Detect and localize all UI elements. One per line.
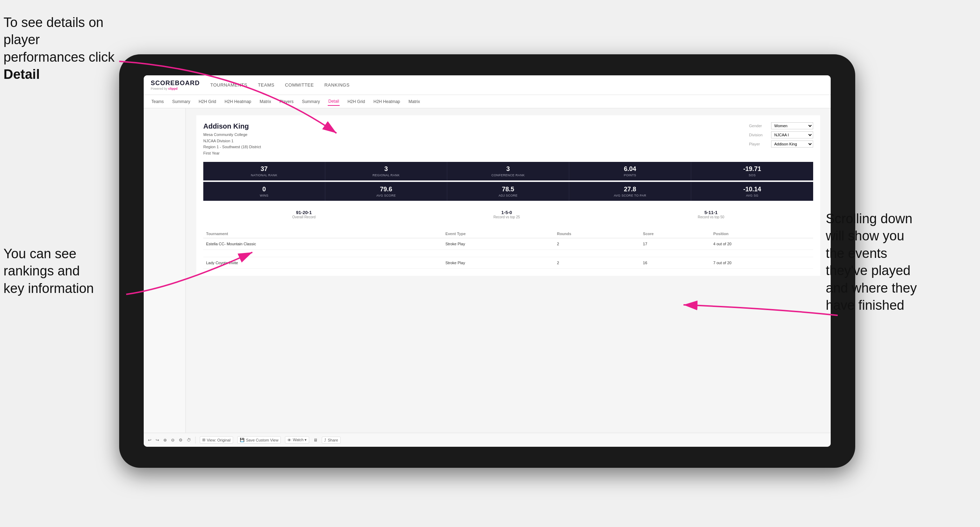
undo-icon[interactable]: ↩	[148, 438, 151, 443]
nav-tournaments[interactable]: TOURNAMENTS	[210, 81, 247, 89]
tab-summary[interactable]: Summary	[172, 98, 191, 105]
tournament-table: Tournament Event Type Rounds Score Posit…	[203, 230, 813, 269]
zoom-icon[interactable]: ⊕	[163, 438, 167, 443]
main-nav: TOURNAMENTS TEAMS COMMITTEE RANKINGS	[210, 81, 350, 89]
player-college: Mesa Community College	[203, 132, 261, 138]
stat-lbl-4: SoS	[695, 173, 809, 177]
col-event-type: Event Type	[443, 230, 554, 238]
tab-h2h-grid2[interactable]: H2H Grid	[347, 98, 366, 105]
stat-lbl-2: Conference Rank	[452, 173, 565, 177]
view-original-button[interactable]: ⊞ View: Original	[200, 436, 233, 444]
view-icon: ⊞	[202, 438, 205, 442]
stats-grid-2: 0 Wins 79.6 Avg Score 78.5 Adj Score 2	[203, 182, 813, 201]
stat-lbl-0: National Rank	[207, 173, 321, 177]
nav-committee[interactable]: COMMITTEE	[285, 81, 314, 89]
watch-icon: 👁	[287, 438, 291, 442]
stat-val-2: 3	[452, 165, 565, 173]
annotation-bottomleft: You can seerankings andkey information	[3, 245, 137, 297]
tournament-name-0: Estella CC- Mountain Classic	[203, 238, 443, 250]
gender-row: Gender Women Men	[749, 122, 813, 129]
record-lbl-2: Record vs top 50	[698, 215, 724, 219]
share-label: Share	[328, 438, 338, 442]
tab-h2h-heatmap2[interactable]: H2H Heatmap	[372, 98, 401, 105]
tablet-screen: SCOREBOARD Powered by clippd TOURNAMENTS…	[144, 75, 831, 447]
stat-val-3: 6.04	[573, 165, 687, 173]
division-row: Division NJCAA I NJCAA II	[749, 132, 813, 138]
player-select[interactable]: Addison King	[771, 141, 813, 148]
records-row: 91-20-1 Overall Record 1-5-0 Record vs t…	[203, 206, 813, 222]
event-type-1	[443, 250, 554, 257]
watch-button[interactable]: 👁 Watch ▾	[285, 436, 309, 444]
record-top50: 5-11-1 Record vs top 50	[698, 210, 724, 219]
table-row	[203, 250, 813, 257]
annotation-right: Scrolling downwill show youthe eventsthe…	[826, 210, 973, 314]
division-label: Division	[749, 133, 768, 137]
tab-h2h-heatmap[interactable]: H2H Heatmap	[224, 98, 252, 105]
tab-players[interactable]: Players	[278, 98, 294, 105]
score-1	[640, 250, 711, 257]
col-rounds: Rounds	[554, 230, 640, 238]
save-custom-view-button[interactable]: 💾 Save Custom View	[237, 436, 281, 444]
save-label: Save Custom View	[246, 438, 278, 442]
nav-rankings[interactable]: RANKINGS	[324, 81, 350, 89]
stat-val-4: -19.71	[695, 165, 809, 173]
player-select-label: Player	[749, 142, 768, 146]
player-info-right: Gender Women Men Division NJCAA I	[749, 122, 813, 148]
tab-summary2[interactable]: Summary	[301, 98, 320, 105]
monitor-icon[interactable]: 🖥	[313, 438, 318, 443]
player-region: Region 1 - Southwest (18) District	[203, 144, 261, 150]
col-score: Score	[640, 230, 711, 238]
stat-val-7: 78.5	[452, 186, 565, 193]
record-lbl-1: Record vs top 25	[493, 215, 520, 219]
zoom-out-icon[interactable]: ⊖	[171, 438, 175, 443]
gender-select[interactable]: Women Men	[771, 122, 813, 129]
record-val-0: 91-20-1	[292, 210, 316, 215]
position-1	[711, 250, 813, 257]
stat-sos: -19.71 SoS	[691, 162, 813, 181]
annotation-detail-bold: Detail	[3, 67, 40, 82]
record-val-1: 1-5-0	[493, 210, 520, 215]
table-row: Estella CC- Mountain Classic Stroke Play…	[203, 238, 813, 250]
annotation-topleft: To see details on player performances cl…	[3, 14, 123, 83]
clock-icon[interactable]: ⏱	[187, 438, 191, 443]
tab-h2h-grid[interactable]: H2H Grid	[198, 98, 217, 105]
nav-teams[interactable]: TEAMS	[258, 81, 274, 89]
share-icon: ⤴	[324, 438, 326, 442]
stat-val-5: 0	[207, 186, 321, 193]
tab-teams[interactable]: Teams	[151, 98, 164, 105]
stat-val-1: 3	[329, 165, 443, 173]
tab-detail[interactable]: Detail	[328, 97, 340, 106]
event-type-0: Stroke Play	[443, 238, 554, 250]
tournament-name-2: Lady Coyote Invite	[203, 257, 443, 269]
stat-lbl-6: Avg Score	[329, 194, 443, 197]
tournament-name-1	[203, 250, 443, 257]
record-overall: 91-20-1 Overall Record	[292, 210, 316, 219]
share-button[interactable]: ⤴ Share	[322, 437, 340, 444]
player-card: Addison King Mesa Community College NJCA…	[196, 115, 820, 276]
event-type-2: Stroke Play	[443, 257, 554, 269]
stat-national-rank: 37 National Rank	[203, 162, 325, 181]
player-header: Addison King Mesa Community College NJCA…	[203, 122, 813, 156]
position-2: 7 out of 20	[711, 257, 813, 269]
stat-conference-rank: 3 Conference Rank	[447, 162, 569, 181]
logo-scoreboard: SCOREBOARD	[151, 79, 200, 87]
stat-lbl-1: Regional Rank	[329, 173, 443, 177]
redo-icon[interactable]: ↪	[156, 438, 159, 443]
bottom-toolbar: ↩ ↪ ⊕ ⊖ ⚙ ⏱ ⊞ View: Original 💾 Save Cust…	[144, 433, 831, 447]
stat-avg-score: 79.6 Avg Score	[325, 182, 447, 201]
tab-matrix2[interactable]: Matrix	[408, 98, 421, 105]
stat-avg-score-par: 27.8 Avg Score to Par	[569, 182, 691, 201]
tab-matrix[interactable]: Matrix	[259, 98, 272, 105]
position-0: 4 out of 20	[711, 238, 813, 250]
stat-points: 6.04 Points	[569, 162, 691, 181]
stat-val-8: 27.8	[573, 186, 687, 193]
settings-icon[interactable]: ⚙	[179, 438, 183, 443]
stat-regional-rank: 3 Regional Rank	[325, 162, 447, 181]
watch-label: Watch ▾	[293, 438, 307, 442]
view-label: View: Original	[207, 438, 231, 442]
stat-lbl-8: Avg Score to Par	[573, 194, 687, 197]
left-sidebar	[144, 108, 186, 433]
content-area: Addison King Mesa Community College NJCA…	[186, 108, 831, 433]
division-select[interactable]: NJCAA I NJCAA II	[771, 132, 813, 138]
tablet-frame: SCOREBOARD Powered by clippd TOURNAMENTS…	[119, 54, 855, 468]
